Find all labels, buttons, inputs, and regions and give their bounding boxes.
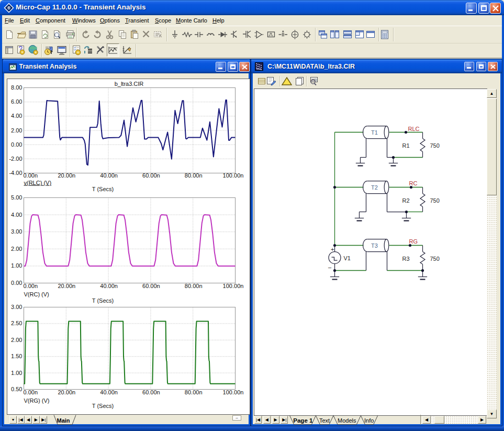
svg-text:R1: R1 — [402, 142, 410, 149]
svg-text:100.00n: 100.00n — [223, 389, 244, 395]
svg-text:0.00: 0.00 — [11, 280, 22, 286]
svg-text:4.00: 4.00 — [11, 212, 22, 218]
svg-text:-2.00: -2.00 — [9, 156, 22, 162]
svg-text:V(RC) (V): V(RC) (V) — [24, 291, 49, 297]
svg-text:750: 750 — [430, 142, 440, 149]
svg-text:2.50: 2.50 — [11, 320, 22, 326]
svg-text:80.00n: 80.00n — [185, 172, 203, 179]
svg-text:V(RG) (V): V(RG) (V) — [24, 397, 50, 404]
svg-text:v(RLC) (V): v(RLC) (V) — [24, 180, 52, 186]
svg-text:b_ltra3.CIR: b_ltra3.CIR — [115, 81, 144, 87]
svg-text:RG: RG — [409, 238, 418, 245]
svg-text:0.00n: 0.00n — [24, 389, 38, 395]
svg-text:RC: RC — [409, 180, 418, 186]
svg-text:0.00n: 0.00n — [24, 172, 38, 179]
svg-text:0.50: 0.50 — [11, 386, 22, 392]
svg-text:6.00: 6.00 — [11, 98, 22, 105]
svg-text:1.50: 1.50 — [11, 353, 22, 359]
svg-text:1.00: 1.00 — [11, 370, 22, 376]
svg-text:T (Secs): T (Secs) — [92, 186, 114, 192]
svg-text:R3: R3 — [402, 256, 410, 262]
svg-text:60.00n: 60.00n — [142, 389, 160, 395]
svg-text:T1: T1 — [371, 129, 378, 136]
svg-text:8.00: 8.00 — [11, 84, 22, 91]
svg-text:T (Secs): T (Secs) — [92, 297, 114, 304]
svg-text:Text: Text — [319, 417, 330, 424]
svg-text:2.00: 2.00 — [11, 246, 22, 252]
svg-text:0.00n: 0.00n — [24, 283, 38, 289]
svg-text:40.00n: 40.00n — [100, 172, 118, 179]
svg-text:60.00n: 60.00n — [142, 283, 160, 289]
svg-text:20.00n: 20.00n — [58, 283, 75, 289]
svg-text:T (Secs): T (Secs) — [92, 403, 114, 409]
svg-text:60.00n: 60.00n — [142, 172, 160, 179]
svg-text:3.00: 3.00 — [11, 304, 22, 310]
svg-text:80.00n: 80.00n — [185, 389, 203, 395]
svg-text:100.00n: 100.00n — [223, 172, 244, 179]
svg-text:4.00: 4.00 — [11, 113, 22, 119]
svg-text:Main: Main — [57, 417, 70, 424]
svg-text:0.00: 0.00 — [11, 141, 22, 148]
svg-text:750: 750 — [430, 197, 440, 204]
svg-text:40.00n: 40.00n — [100, 389, 118, 395]
svg-text:3.00: 3.00 — [11, 228, 22, 235]
svg-text:RLC: RLC — [408, 126, 420, 132]
svg-text:100.00n: 100.00n — [223, 283, 244, 289]
svg-text:750: 750 — [430, 256, 440, 262]
svg-text:11: 11 — [7, 6, 11, 9]
svg-text:40.00n: 40.00n — [100, 283, 118, 289]
svg-text:20.00n: 20.00n — [58, 389, 75, 395]
svg-text:Page 1: Page 1 — [293, 417, 313, 424]
svg-text:2.00: 2.00 — [11, 127, 22, 134]
svg-text:20.00n: 20.00n — [58, 172, 75, 179]
svg-text:Models: Models — [338, 417, 356, 424]
svg-text:T2: T2 — [371, 184, 378, 191]
svg-text:Info: Info — [364, 417, 374, 424]
svg-text:80.00n: 80.00n — [185, 283, 203, 289]
svg-text:V1: V1 — [344, 255, 351, 261]
svg-text:T3: T3 — [371, 242, 378, 249]
svg-text:-4.00: -4.00 — [9, 170, 22, 176]
svg-text:–: – — [328, 264, 332, 270]
svg-text:+: + — [331, 246, 334, 252]
svg-text:1.00: 1.00 — [11, 262, 22, 269]
svg-text:2.00: 2.00 — [11, 337, 22, 343]
svg-text:5.00: 5.00 — [11, 194, 22, 201]
svg-text:R2: R2 — [402, 197, 410, 204]
